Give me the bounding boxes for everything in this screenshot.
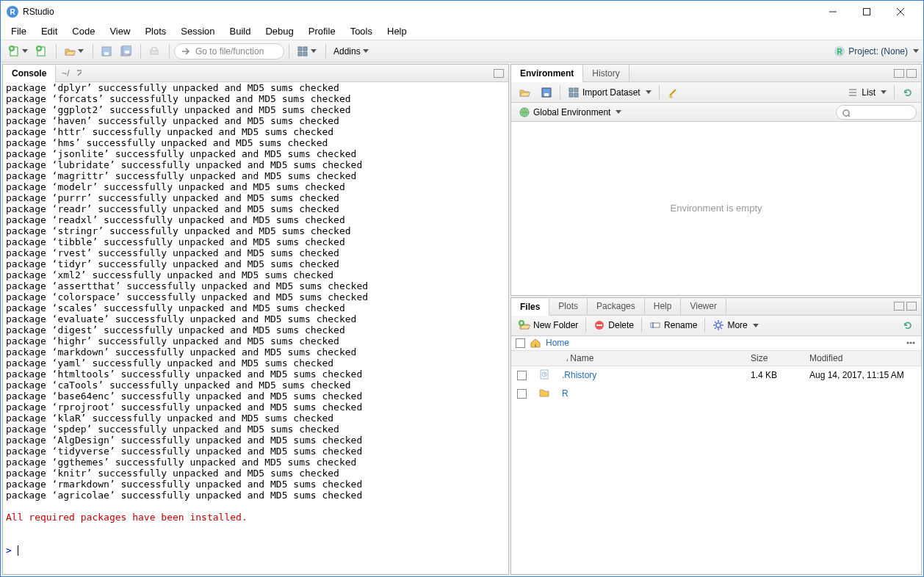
import-dataset-button[interactable]: Import Dataset <box>565 84 654 101</box>
file-name[interactable]: .Rhistory <box>562 370 596 380</box>
table-row[interactable]: R <box>511 385 921 403</box>
new-folder-button[interactable]: New Folder <box>516 317 581 333</box>
pane-maximize-icon[interactable] <box>494 69 504 78</box>
console-prompt[interactable]: > <box>6 545 18 556</box>
menu-help[interactable]: Help <box>380 23 414 39</box>
col-name[interactable]: Name <box>556 351 745 366</box>
row-checkbox[interactable] <box>517 371 527 380</box>
row-checkbox[interactable] <box>517 389 527 399</box>
refresh-files-button[interactable] <box>899 317 917 333</box>
console-line: package ‘rmarkdown’ successfully unpacke… <box>6 479 505 490</box>
console-line: package ‘agricolae’ successfully unpacke… <box>6 490 505 501</box>
file-size <box>745 385 804 403</box>
console-line: package ‘htmltools’ successfully unpacke… <box>6 369 505 380</box>
console-line: package ‘highr’ successfully unpacked an… <box>6 335 505 346</box>
console-line: package ‘forcats’ successfully unpacked … <box>6 93 505 104</box>
console-line: package ‘base64enc’ successfully unpacke… <box>6 391 505 402</box>
clear-workspace-button[interactable] <box>664 84 682 101</box>
save-button[interactable] <box>98 43 115 59</box>
console-path: ~/ <box>56 65 87 81</box>
console-line: package ‘spdep’ successfully unpacked an… <box>6 424 505 435</box>
col-modified[interactable]: Modified <box>804 351 921 366</box>
home-icon[interactable] <box>530 337 541 349</box>
console-line: package ‘dplyr’ successfully unpacked an… <box>6 82 505 93</box>
tab-packages[interactable]: Packages <box>588 298 645 315</box>
files-toolbar: New Folder Delete Rename More <box>511 316 921 336</box>
tab-environment[interactable]: Environment <box>511 65 583 82</box>
console-line: package ‘lubridate’ successfully unpacke… <box>6 159 505 170</box>
tab-history[interactable]: History <box>583 65 629 81</box>
console-final-message: All required packages have been installe… <box>6 512 505 523</box>
open-file-button[interactable] <box>61 43 87 59</box>
popout-icon[interactable] <box>73 69 82 78</box>
print-button[interactable] <box>145 43 163 59</box>
console-tabs: Console ~/ <box>3 65 508 82</box>
select-all-checkbox[interactable] <box>516 338 525 348</box>
maximize-button[interactable] <box>850 1 884 23</box>
menu-profile[interactable]: Profile <box>301 23 343 39</box>
breadcrumb-home[interactable]: Home <box>546 338 569 348</box>
menu-tools[interactable]: Tools <box>343 23 380 39</box>
console-output[interactable]: package ‘dplyr’ successfully unpacked an… <box>3 82 508 574</box>
view-mode-button[interactable]: List <box>844 84 889 101</box>
pane-minimize-icon[interactable] <box>894 69 904 78</box>
environment-toolbar: Import Dataset List <box>511 82 921 103</box>
console-line: package ‘tidyverse’ successfully unpacke… <box>6 446 505 457</box>
menu-edit[interactable]: Edit <box>34 23 65 39</box>
menu-build[interactable]: Build <box>223 23 259 39</box>
goto-file-function-input[interactable]: Go to file/function <box>174 43 284 59</box>
svg-rect-44 <box>864 9 870 15</box>
file-name[interactable]: R <box>562 388 569 399</box>
more-path-icon[interactable] <box>905 337 917 349</box>
menu-bar: FileEditCodeViewPlotsSessionBuildDebugPr… <box>1 23 923 40</box>
pane-minimize-icon[interactable] <box>894 302 904 311</box>
refresh-env-button[interactable] <box>899 84 917 101</box>
col-size[interactable]: Size <box>745 351 804 366</box>
table-row[interactable]: .Rhistory1.4 KBAug 14, 2017, 11:15 AM <box>511 366 921 385</box>
tab-console[interactable]: Console <box>3 65 56 82</box>
minimize-button[interactable] <box>816 1 850 23</box>
environment-search-input[interactable] <box>836 105 917 120</box>
tab-plots[interactable]: Plots <box>549 298 588 315</box>
new-file-button[interactable] <box>5 43 31 59</box>
tab-files[interactable]: Files <box>511 299 549 316</box>
console-line: package ‘modelr’ successfully unpacked a… <box>6 181 505 192</box>
console-line: package ‘httr’ successfully unpacked and… <box>6 126 505 137</box>
file-modified: Aug 14, 2017, 11:15 AM <box>804 366 921 385</box>
main-area: Console ~/ package ‘dplyr’ successfully … <box>1 62 923 576</box>
r-logo-icon <box>834 46 845 57</box>
new-project-button[interactable] <box>32 43 50 59</box>
pane-maximize-icon[interactable] <box>906 302 917 311</box>
more-button[interactable]: More <box>710 317 761 333</box>
console-line: package ‘knitr’ successfully unpacked an… <box>6 468 505 479</box>
tab-help[interactable]: Help <box>645 298 682 315</box>
menu-view[interactable]: View <box>102 23 137 39</box>
console-line: package ‘colorspace’ successfully unpack… <box>6 291 505 302</box>
load-workspace-button[interactable] <box>516 84 533 101</box>
save-all-button[interactable] <box>117 43 134 59</box>
save-workspace-button[interactable] <box>538 84 555 101</box>
environment-scope-selector[interactable]: Global Environment <box>516 104 624 120</box>
close-button[interactable] <box>884 1 917 23</box>
files-breadcrumb: Home <box>511 336 921 351</box>
delete-button[interactable]: Delete <box>591 317 637 333</box>
pane-maximize-icon[interactable] <box>906 69 917 78</box>
console-line: package ‘klaR’ successfully unpacked and… <box>6 413 505 424</box>
rename-button[interactable]: Rename <box>646 317 700 333</box>
tab-viewer[interactable]: Viewer <box>681 298 726 315</box>
environment-scope-bar: Global Environment <box>511 103 921 122</box>
menu-plots[interactable]: Plots <box>137 23 173 39</box>
menu-session[interactable]: Session <box>173 23 222 39</box>
menu-debug[interactable]: Debug <box>258 23 300 39</box>
menu-code[interactable]: Code <box>65 23 102 39</box>
project-selector[interactable]: Project: (None) <box>834 46 919 57</box>
goto-icon <box>181 46 192 57</box>
environment-body: Environment is empty <box>511 122 921 295</box>
console-line: package ‘digest’ successfully unpacked a… <box>6 324 505 335</box>
addins-button[interactable]: Addins <box>331 43 372 59</box>
window-title: RStudio <box>23 7 816 17</box>
menu-file[interactable]: File <box>4 23 34 39</box>
pane-layout-button[interactable] <box>294 43 320 59</box>
files-tabs: FilesPlotsPackagesHelpViewer <box>511 298 921 316</box>
console-line: package ‘readxl’ successfully unpacked a… <box>6 214 505 225</box>
